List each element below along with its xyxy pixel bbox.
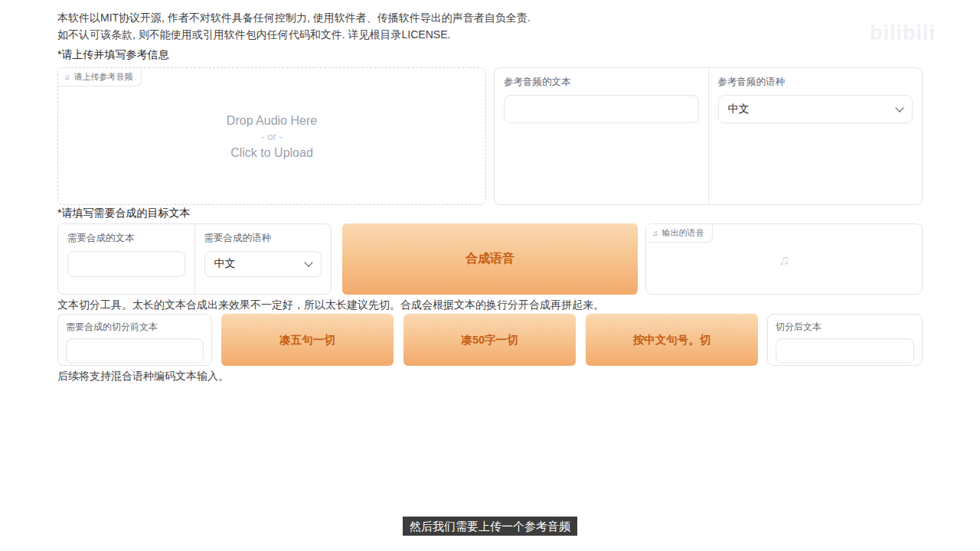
reference-language-dropdown[interactable]: 中文 — [718, 95, 913, 123]
drop-zone-instructions[interactable]: Drop Audio Here - or - Click to Upload — [58, 112, 485, 161]
click-to-upload-text: Click to Upload — [58, 145, 485, 161]
app-page: 本软件以MIT协议开源, 作者不对软件具备任何控制力, 使用软件者、传播软件导出… — [0, 0, 980, 551]
drop-or-text: - or - — [58, 129, 485, 145]
video-subtitle: 然后我们需要上传一个参考音频 — [403, 517, 577, 536]
drop-audio-here-text: Drop Audio Here — [58, 112, 485, 129]
license-disclaimer: 本软件以MIT协议开源, 作者不对软件具备任何控制力, 使用软件者、传播软件导出… — [57, 9, 531, 43]
chevron-down-icon — [895, 103, 903, 112]
reference-audio-upload-zone[interactable]: ♫ 请上传参考音频 Drop Audio Here - or - Click t… — [57, 67, 486, 205]
target-text-column: 需要合成的文本 — [58, 224, 194, 294]
pre-split-text-panel: 需要合成的切分前文本 — [57, 314, 212, 366]
target-language-label: 需要合成的语种 — [204, 232, 322, 245]
split-by-50-chars-button[interactable]: 凑50字一切 — [403, 314, 576, 366]
post-split-text-panel: 切分后文本 — [767, 314, 923, 366]
split-by-chinese-period-button[interactable]: 按中文句号。切 — [586, 314, 758, 366]
music-notes-icon: ♫ — [64, 73, 70, 81]
post-split-text-label: 切分后文本 — [776, 321, 914, 334]
reference-info-panel: 参考音频的文本 参考音频的语种 中文 — [494, 67, 923, 205]
synthesize-button[interactable]: 合成语音 — [342, 223, 638, 295]
target-text-input[interactable] — [67, 251, 185, 277]
output-audio-label: ♫ 输出的语音 — [646, 224, 713, 243]
mixed-language-note: 后续将支持混合语种编码文本输入。 — [57, 370, 229, 383]
target-text-panel: 需要合成的文本 需要合成的语种 中文 — [57, 223, 332, 295]
reference-text-input[interactable] — [504, 95, 699, 123]
target-language-column: 需要合成的语种 中文 — [194, 224, 332, 294]
license-disclaimer-line1: 本软件以MIT协议开源, 作者不对软件具备任何控制力, 使用软件者、传播软件导出… — [57, 9, 531, 26]
target-section-title: *请填写需要合成的目标文本 — [57, 207, 190, 220]
post-split-text-input[interactable] — [776, 338, 914, 364]
split-tool-description: 文本切分工具。太长的文本合成出来效果不一定好，所以太长建议先切。合成会根据文本的… — [57, 298, 604, 312]
target-language-dropdown[interactable]: 中文 — [204, 251, 322, 277]
target-language-value: 中文 — [214, 257, 236, 271]
upload-zone-label-text: 请上传参考音频 — [74, 71, 133, 83]
reference-language-column: 参考音频的语种 中文 — [708, 68, 923, 204]
output-audio-label-text: 输出的语音 — [662, 227, 704, 239]
split-by-5-sentences-button[interactable]: 凑五句一切 — [221, 314, 394, 366]
output-audio-panel: ♫ 输出的语音 ♫ — [645, 223, 923, 295]
reference-text-column: 参考音频的文本 — [495, 68, 708, 204]
target-text-label: 需要合成的文本 — [67, 232, 185, 245]
output-audio-placeholder-icon: ♫ — [646, 252, 922, 269]
license-disclaimer-line2: 如不认可该条款, 则不能使用或引用软件包内任何代码和文件. 详见根目录LICEN… — [57, 26, 531, 43]
upload-zone-label: ♫ 请上传参考音频 — [58, 68, 142, 86]
bilibili-watermark: bilibili — [870, 21, 936, 45]
reference-section-title: *请上传并填写参考信息 — [57, 48, 168, 62]
reference-text-label: 参考音频的文本 — [504, 76, 699, 89]
pre-split-text-label: 需要合成的切分前文本 — [66, 321, 204, 334]
chevron-down-icon — [304, 258, 312, 266]
music-notes-icon: ♫ — [652, 229, 658, 237]
reference-language-label: 参考音频的语种 — [718, 76, 913, 89]
pre-split-text-input[interactable] — [66, 338, 204, 364]
reference-language-value: 中文 — [728, 103, 750, 116]
